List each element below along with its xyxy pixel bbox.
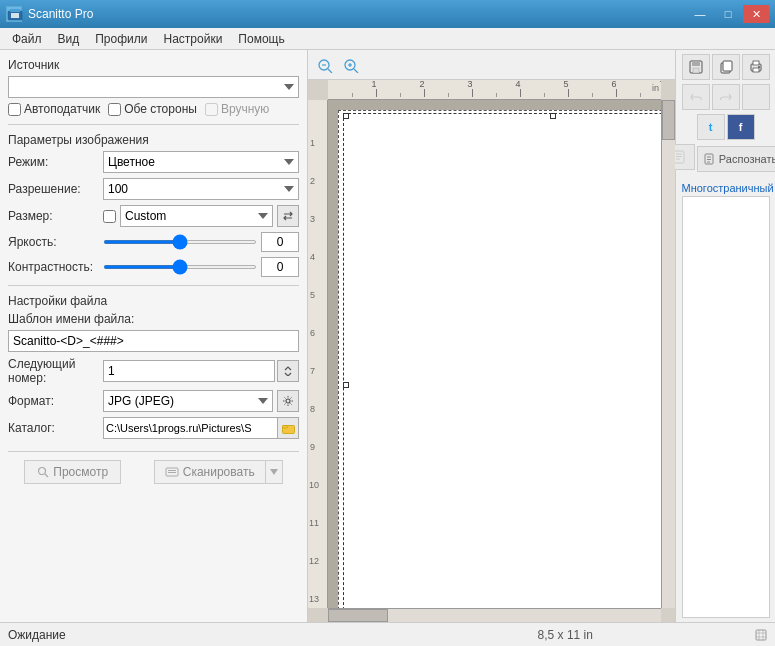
contrast-slider[interactable] xyxy=(103,265,257,269)
size-row-inner: Custom xyxy=(103,205,299,227)
window-title: Scanitto Pro xyxy=(28,7,93,21)
svg-line-15 xyxy=(354,69,358,73)
template-input[interactable]: Scanitto-<D>_<###> xyxy=(8,330,299,352)
preview-toolbar xyxy=(308,50,675,80)
undo-button[interactable] xyxy=(682,84,710,110)
size-select[interactable]: Custom xyxy=(120,205,273,227)
menu-profiles[interactable]: Профили xyxy=(87,30,155,48)
app-icon xyxy=(6,6,22,22)
resolution-select[interactable]: 100 xyxy=(103,178,299,200)
ruler-unit-label: in xyxy=(652,83,659,93)
checkbox-both[interactable]: Обе стороны xyxy=(108,102,197,116)
horizontal-scrollbar[interactable] xyxy=(328,608,661,622)
scan-split: Сканировать xyxy=(154,460,283,484)
preview-button[interactable]: Просмотр xyxy=(24,460,121,484)
num-with-btn xyxy=(103,360,299,382)
scan-dropdown-button[interactable] xyxy=(265,460,283,484)
selection-box xyxy=(343,113,661,608)
menu-settings[interactable]: Настройки xyxy=(156,30,231,48)
main-content: Источник Автоподатчик Обе стороны Вручну… xyxy=(0,50,775,622)
menu-view[interactable]: Вид xyxy=(50,30,88,48)
right-icons-row-3: t f xyxy=(697,114,755,140)
minimize-button[interactable]: — xyxy=(687,5,713,23)
copy-button[interactable] xyxy=(712,54,740,80)
multipages-label: Многостраничный xyxy=(682,182,770,194)
title-bar: Scanitto Pro — □ ✕ xyxy=(0,0,775,28)
right-icons-row-1 xyxy=(682,54,770,80)
svg-rect-20 xyxy=(693,68,699,73)
brightness-row: Яркость: 0 xyxy=(8,232,299,252)
canvas-area[interactable] xyxy=(328,100,661,608)
maximize-button[interactable]: □ xyxy=(715,5,741,23)
close-button[interactable]: ✕ xyxy=(743,5,769,23)
right-icons-row-4: Распознать xyxy=(667,144,776,172)
contrast-value[interactable]: 0 xyxy=(261,257,299,277)
twitter-button[interactable]: t xyxy=(697,114,725,140)
divider-2 xyxy=(8,285,299,286)
svg-rect-19 xyxy=(692,61,700,66)
folder-label: Каталог: xyxy=(8,421,103,435)
folder-browse-button[interactable] xyxy=(277,417,299,439)
file-settings-label: Настройки файла xyxy=(8,294,299,308)
ruler-left: 1 2 3 4 5 6 7 8 9 10 11 12 13 14 xyxy=(308,100,328,608)
menu-file[interactable]: Файл xyxy=(4,30,50,48)
next-num-input[interactable] xyxy=(103,360,275,382)
status-dimensions: 8,5 x 11 in xyxy=(380,628,752,642)
params-label: Параметры изображения xyxy=(8,133,299,147)
resolution-label: Разрешение: xyxy=(8,182,103,196)
facebook-button[interactable]: f xyxy=(727,114,755,140)
size-control: Custom xyxy=(103,205,299,227)
swap-button[interactable] xyxy=(277,205,299,227)
contrast-label: Контрастность: xyxy=(8,260,103,274)
save-button[interactable] xyxy=(682,54,710,80)
checkbox-manual[interactable]: Вручную xyxy=(205,102,269,116)
svg-rect-24 xyxy=(753,61,759,65)
status-bar: Ожидание 8,5 x 11 in xyxy=(0,622,775,646)
size-label: Размер: xyxy=(8,209,103,223)
vertical-scrollbar[interactable] xyxy=(661,100,675,608)
params-section: Параметры изображения Режим: Цветное Раз… xyxy=(8,133,299,277)
mode-control: Цветное xyxy=(103,151,299,173)
scan-button[interactable]: Сканировать xyxy=(154,460,265,484)
brightness-value[interactable]: 0 xyxy=(261,232,299,252)
print-button[interactable] xyxy=(742,54,770,80)
mode-select[interactable]: Цветное xyxy=(103,151,299,173)
zoom-fit-button[interactable] xyxy=(314,54,336,76)
zoom-actual-button[interactable] xyxy=(340,54,362,76)
format-settings-button[interactable] xyxy=(277,390,299,412)
brightness-slider[interactable] xyxy=(103,240,257,244)
title-bar-buttons: — □ ✕ xyxy=(687,5,769,23)
checkboxes-row: Автоподатчик Обе стороны Вручную xyxy=(8,102,299,116)
svg-rect-22 xyxy=(723,61,732,71)
next-num-row: Следующий номер: xyxy=(8,357,299,385)
manual-checkbox[interactable] xyxy=(205,103,218,116)
svg-rect-35 xyxy=(756,630,766,640)
source-select[interactable] xyxy=(8,76,299,98)
contrast-control: 0 xyxy=(103,257,299,277)
resolution-row: Разрешение: 100 xyxy=(8,178,299,200)
mode-label: Режим: xyxy=(8,155,103,169)
folder-row-inner: C:\Users\1progs.ru\Pictures\S xyxy=(103,417,299,439)
menu-help[interactable]: Помощь xyxy=(230,30,292,48)
size-checkbox[interactable] xyxy=(103,210,116,223)
auto-feeder-checkbox[interactable] xyxy=(8,103,21,116)
redo-button[interactable] xyxy=(712,84,740,110)
scan-canvas xyxy=(338,110,661,608)
left-panel: Источник Автоподатчик Обе стороны Вручну… xyxy=(0,50,308,622)
num-increment-button[interactable] xyxy=(277,360,299,382)
svg-line-7 xyxy=(45,474,48,477)
template-label: Шаблон имени файла: xyxy=(8,312,299,326)
svg-point-3 xyxy=(286,399,290,403)
format-select[interactable]: JPG (JPEG) xyxy=(103,390,273,412)
contrast-slider-row: 0 xyxy=(103,257,299,277)
svg-rect-5 xyxy=(282,425,287,428)
recognize-button[interactable]: Распознать xyxy=(697,146,776,172)
empty-button-3[interactable] xyxy=(742,84,770,110)
svg-line-12 xyxy=(328,69,332,73)
format-row-inner: JPG (JPEG) xyxy=(103,390,299,412)
status-right xyxy=(751,629,767,641)
preview-area: in 1 2 3 4 5 6 7 8 xyxy=(308,80,675,622)
checkbox-auto[interactable]: Автоподатчик xyxy=(8,102,100,116)
folder-input[interactable]: C:\Users\1progs.ru\Pictures\S xyxy=(103,417,277,439)
both-sides-checkbox[interactable] xyxy=(108,103,121,116)
